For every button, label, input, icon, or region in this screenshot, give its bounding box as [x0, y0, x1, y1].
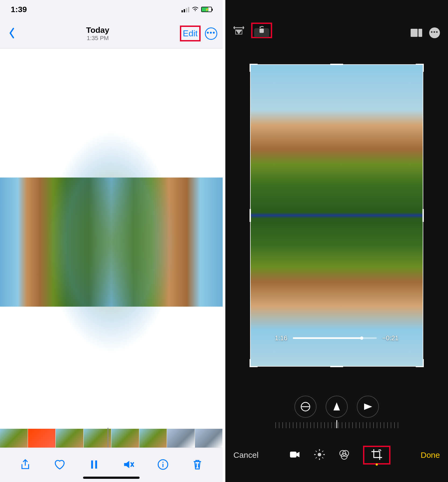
remaining-time: −0:21	[382, 334, 399, 342]
editor-more-button[interactable]: •••	[429, 27, 440, 38]
photos-viewer-pane: 1:39 ⚡ Today 1:35 PM Edit •••	[0, 0, 223, 482]
video-filmstrip[interactable]	[0, 429, 223, 448]
horizontal-perspective-dial[interactable]	[357, 396, 379, 418]
film-frame[interactable]	[28, 429, 56, 448]
cancel-button[interactable]: Cancel	[233, 451, 258, 460]
crop-handle-bottom[interactable]	[330, 366, 343, 367]
scrubber-track[interactable]	[293, 337, 377, 339]
film-frame[interactable]	[195, 429, 223, 448]
nav-title-group: Today 1:35 PM	[86, 26, 109, 42]
nav-bar: Today 1:35 PM Edit •••	[0, 19, 223, 48]
active-mode-dot	[376, 463, 378, 466]
crop-handle-tl[interactable]	[250, 64, 258, 72]
nav-title: Today	[86, 26, 109, 35]
home-indicator[interactable]	[83, 477, 140, 479]
angle-ruler[interactable]	[225, 420, 448, 439]
editor-pane: ••• 1:16 −0:21	[225, 0, 448, 482]
crop-handle-left[interactable]	[250, 209, 251, 222]
more-button[interactable]: •••	[205, 27, 217, 40]
crop-mode-highlight	[363, 446, 390, 465]
straighten-dial[interactable]	[294, 396, 317, 418]
crop-handle-tr[interactable]	[416, 64, 424, 72]
photo-area[interactable]	[0, 48, 223, 482]
crop-mode-button[interactable]	[366, 453, 387, 467]
edit-button[interactable]: Edit	[183, 29, 198, 38]
svg-rect-1	[95, 460, 97, 468]
editor-top-toolbar: •••	[225, 0, 448, 43]
film-frame[interactable]	[0, 429, 28, 448]
scrubber-knob[interactable]	[360, 336, 363, 340]
status-bar: 1:39 ⚡	[0, 0, 223, 19]
svg-point-8	[319, 449, 320, 450]
pause-button[interactable]	[88, 459, 100, 472]
filmstrip-playhead[interactable]	[108, 428, 108, 449]
elapsed-time: 1:16	[275, 334, 287, 342]
crop-handle-br[interactable]	[416, 359, 424, 367]
film-frame[interactable]	[84, 429, 112, 448]
share-button[interactable]	[19, 459, 31, 472]
aspect-ratio-button[interactable]	[411, 29, 422, 37]
editor-bottom-bar: Cancel Done	[225, 439, 448, 482]
svg-point-7	[318, 453, 321, 456]
film-frame[interactable]	[167, 429, 195, 448]
back-button[interactable]	[8, 28, 16, 40]
svg-point-3	[162, 462, 163, 463]
svg-point-9	[319, 459, 320, 460]
adjustment-dials	[225, 391, 448, 420]
filters-mode-button[interactable]	[338, 449, 350, 462]
svg-point-10	[314, 454, 315, 455]
vertical-perspective-dial[interactable]	[326, 396, 348, 418]
mute-button[interactable]	[123, 459, 134, 472]
edit-highlight: Edit	[180, 26, 201, 41]
favorite-button[interactable]	[54, 459, 66, 472]
wifi-icon	[191, 5, 199, 14]
film-frame[interactable]	[56, 429, 84, 448]
flip-button[interactable]	[233, 24, 244, 36]
nav-subtitle: 1:35 PM	[86, 35, 109, 42]
cellular-signal-icon	[182, 6, 189, 12]
crop-handle-top[interactable]	[330, 64, 343, 65]
crop-handle-bl[interactable]	[250, 359, 258, 367]
done-button[interactable]: Done	[421, 451, 440, 460]
video-mode-button[interactable]	[289, 449, 301, 462]
adjust-mode-button[interactable]	[314, 449, 325, 462]
video-playback-bar[interactable]: 1:16 −0:21	[275, 334, 399, 342]
crop-canvas[interactable]: 1:16 −0:21	[225, 43, 448, 391]
info-button[interactable]	[157, 459, 169, 472]
delete-button[interactable]	[191, 459, 203, 472]
battery-icon: ⚡	[201, 7, 212, 12]
film-frame[interactable]	[139, 429, 167, 448]
ruler-center-tick	[336, 420, 337, 428]
crop-handle-right[interactable]	[422, 209, 424, 222]
film-frame[interactable]	[111, 429, 139, 448]
main-photo	[0, 178, 223, 307]
svg-point-11	[323, 454, 325, 455]
crop-frame[interactable]: 1:16 −0:21	[251, 65, 423, 366]
svg-rect-4	[259, 29, 264, 33]
svg-rect-6	[290, 452, 296, 458]
svg-rect-0	[91, 460, 93, 468]
rotate-highlight	[251, 23, 272, 38]
status-indicators: ⚡	[182, 5, 212, 14]
rotate-button[interactable]	[254, 28, 269, 37]
status-time: 1:39	[11, 5, 27, 14]
